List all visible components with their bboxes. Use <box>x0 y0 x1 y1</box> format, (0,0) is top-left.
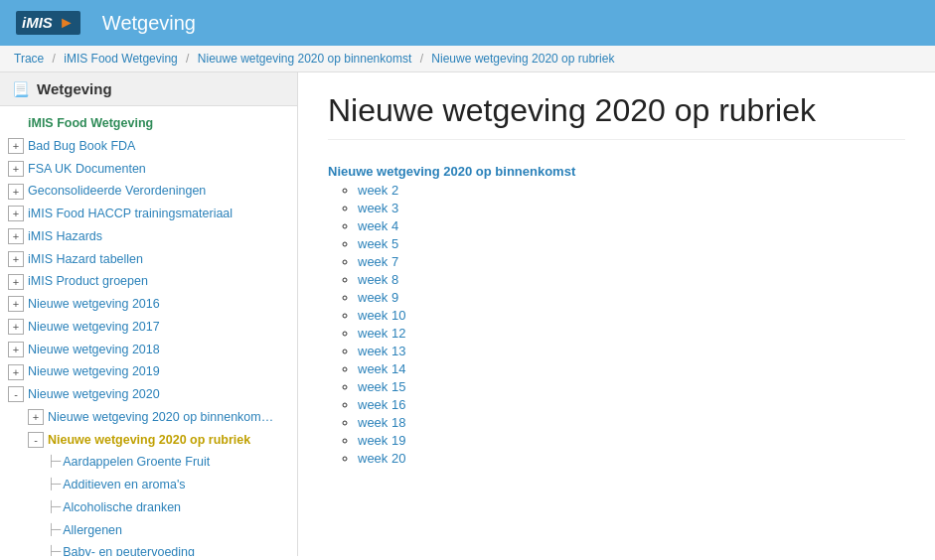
sidebar-link-allergenen[interactable]: Allergenen <box>63 521 122 540</box>
week-item: week 9 <box>358 290 905 305</box>
sidebar-link-haccp[interactable]: iMIS Food HACCP trainingsmateriaal <box>28 205 233 223</box>
document-icon: 📃 <box>12 81 29 97</box>
expand-icon-nw-2017[interactable]: + <box>8 319 24 335</box>
sidebar-item-aardappelen[interactable]: ├─Aardappelen Groente Fruit <box>0 451 297 474</box>
expand-icon-nw-2020-rub[interactable]: - <box>28 432 44 448</box>
main-link[interactable]: Nieuwe wetgeving 2020 op binnenkomst <box>328 164 575 179</box>
expand-icon-nw-2020[interactable]: - <box>8 386 24 402</box>
sidebar-item-nw-2018[interactable]: +Nieuwe wetgeving 2018 <box>0 339 297 361</box>
main-list-item: Nieuwe wetgeving 2020 op binnenkomst wee… <box>328 164 905 466</box>
week-item: week 4 <box>358 218 905 233</box>
week-link[interactable]: week 18 <box>358 415 405 430</box>
tree-line-prefix: ├─ <box>48 499 61 516</box>
weeks-list: week 2week 3week 4week 5week 7week 8week… <box>328 183 905 466</box>
breadcrumb-imis-food[interactable]: iMIS Food Wetgeving <box>64 52 178 66</box>
expand-icon-hazard-tab[interactable]: + <box>8 251 24 267</box>
week-link[interactable]: week 14 <box>358 361 405 376</box>
week-item: week 18 <box>358 415 905 430</box>
expand-icon-nw-2020-binnk[interactable]: + <box>28 409 44 425</box>
week-link[interactable]: week 12 <box>358 326 405 341</box>
sidebar-item-hazard-tab[interactable]: +iMIS Hazard tabellen <box>0 248 297 271</box>
sidebar-link-nw-2020-rub[interactable]: Nieuwe wetgeving 2020 op rubriek <box>48 431 250 450</box>
sidebar-link-imis-food[interactable]: iMIS Food Wetgeving <box>28 114 153 133</box>
sidebar-item-nw-2016[interactable]: +Nieuwe wetgeving 2016 <box>0 293 297 316</box>
sidebar-link-fsa-uk[interactable]: FSA UK Documenten <box>28 160 146 179</box>
week-link[interactable]: week 10 <box>358 308 405 323</box>
sidebar-item-nw-2020-rub[interactable]: -Nieuwe wetgeving 2020 op rubriek <box>0 429 297 452</box>
sidebar-item-nw-2020[interactable]: -Nieuwe wetgeving 2020 <box>0 383 297 406</box>
sidebar-link-product-gr[interactable]: iMIS Product groepen <box>28 272 148 291</box>
breadcrumb-rubriek[interactable]: Nieuwe wetgeving 2020 op rubriek <box>431 52 614 66</box>
sidebar-link-nw-2019[interactable]: Nieuwe wetgeving 2019 <box>28 362 160 381</box>
week-link[interactable]: week 15 <box>358 379 405 394</box>
week-item: week 15 <box>358 379 905 394</box>
expand-icon-product-gr[interactable]: + <box>8 274 24 290</box>
sidebar-item-product-gr[interactable]: +iMIS Product groepen <box>0 270 297 293</box>
sidebar-link-nw-2020-binnk[interactable]: Nieuwe wetgeving 2020 op binnenkom… <box>48 408 273 427</box>
sidebar-tree: iMIS Food Wetgeving+Bad Bug Book FDA+FSA… <box>0 106 297 556</box>
sidebar-link-additieven[interactable]: Additieven en aroma's <box>63 476 185 494</box>
expand-icon-bad-bug[interactable]: + <box>8 138 24 154</box>
sidebar-item-imis-food[interactable]: iMIS Food Wetgeving <box>0 112 297 135</box>
breadcrumb-binnenkomst[interactable]: Nieuwe wetgeving 2020 op binnenkomst <box>198 52 411 66</box>
week-link[interactable]: week 16 <box>358 397 405 412</box>
week-link[interactable]: week 8 <box>358 272 398 287</box>
sidebar-link-gecons[interactable]: Geconsolideerde Verordeningen <box>28 182 206 201</box>
week-link[interactable]: week 3 <box>358 201 398 215</box>
sidebar-item-gecons[interactable]: +Geconsolideerde Verordeningen <box>0 180 297 203</box>
week-link[interactable]: week 19 <box>358 433 405 448</box>
breadcrumb-trace[interactable]: Trace <box>14 52 44 66</box>
expand-icon-nw-2018[interactable]: + <box>8 342 24 357</box>
sidebar-link-alcoholisch[interactable]: Alcoholische dranken <box>63 498 181 517</box>
sidebar-header: 📃 Wetgeving <box>0 72 297 106</box>
logo-label: iMIS <box>22 14 53 31</box>
sidebar-link-bad-bug[interactable]: Bad Bug Book FDA <box>28 137 135 156</box>
expand-icon-haccp[interactable]: + <box>8 206 24 221</box>
week-link[interactable]: week 20 <box>358 451 405 466</box>
sidebar-title: Wetgeving <box>37 80 112 97</box>
sidebar-item-haccp[interactable]: +iMIS Food HACCP trainingsmateriaal <box>0 203 297 225</box>
expand-icon-hazards[interactable]: + <box>8 228 24 244</box>
week-item: week 12 <box>358 326 905 341</box>
week-link[interactable]: week 4 <box>358 218 398 233</box>
sidebar: 📃 Wetgeving iMIS Food Wetgeving+Bad Bug … <box>0 72 298 556</box>
expand-icon-nw-2016[interactable]: + <box>8 296 24 312</box>
sidebar-link-aardappelen[interactable]: Aardappelen Groente Fruit <box>63 453 210 472</box>
sidebar-item-nw-2020-binnk[interactable]: +Nieuwe wetgeving 2020 op binnenkom… <box>0 406 297 429</box>
sidebar-item-bad-bug[interactable]: +Bad Bug Book FDA <box>0 135 297 158</box>
week-item: week 16 <box>358 397 905 412</box>
sidebar-item-fsa-uk[interactable]: +FSA UK Documenten <box>0 158 297 181</box>
sidebar-item-additieven[interactable]: ├─Additieven en aroma's <box>0 474 297 496</box>
sidebar-item-nw-2019[interactable]: +Nieuwe wetgeving 2019 <box>0 360 297 383</box>
expand-icon-nw-2019[interactable]: + <box>8 364 24 380</box>
expand-icon-gecons[interactable]: + <box>8 184 24 200</box>
tree-line-prefix: ├─ <box>48 544 61 556</box>
content-area: Nieuwe wetgeving 2020 op rubriek Nieuwe … <box>298 72 935 556</box>
sidebar-item-baby[interactable]: ├─Baby- en peutervoeding <box>0 541 297 556</box>
week-link[interactable]: week 7 <box>358 254 398 269</box>
page-title: Nieuwe wetgeving 2020 op rubriek <box>328 92 905 140</box>
sidebar-item-allergenen[interactable]: ├─Allergenen <box>0 519 297 542</box>
breadcrumb-sep-2: / <box>186 52 189 66</box>
expand-icon-fsa-uk[interactable]: + <box>8 161 24 177</box>
sidebar-item-nw-2017[interactable]: +Nieuwe wetgeving 2017 <box>0 316 297 339</box>
sidebar-link-nw-2018[interactable]: Nieuwe wetgeving 2018 <box>28 341 160 359</box>
week-item: week 10 <box>358 308 905 323</box>
sidebar-link-nw-2017[interactable]: Nieuwe wetgeving 2017 <box>28 318 160 337</box>
app-title: Wetgeving <box>102 12 196 35</box>
week-item: week 2 <box>358 183 905 198</box>
week-link[interactable]: week 9 <box>358 290 398 305</box>
sidebar-item-hazards[interactable]: +iMIS Hazards <box>0 225 297 248</box>
week-link[interactable]: week 5 <box>358 236 398 251</box>
tree-line-prefix: ├─ <box>48 522 61 539</box>
sidebar-link-hazards[interactable]: iMIS Hazards <box>28 227 102 246</box>
week-link[interactable]: week 2 <box>358 183 398 198</box>
sidebar-link-nw-2016[interactable]: Nieuwe wetgeving 2016 <box>28 295 160 314</box>
breadcrumb-sep-3: / <box>420 52 423 66</box>
sidebar-link-nw-2020[interactable]: Nieuwe wetgeving 2020 <box>28 385 160 404</box>
week-link[interactable]: week 13 <box>358 344 405 358</box>
sidebar-item-alcoholisch[interactable]: ├─Alcoholische dranken <box>0 496 297 519</box>
sidebar-link-baby[interactable]: Baby- en peutervoeding <box>63 543 195 556</box>
week-item: week 14 <box>358 361 905 376</box>
sidebar-link-hazard-tab[interactable]: iMIS Hazard tabellen <box>28 250 143 269</box>
